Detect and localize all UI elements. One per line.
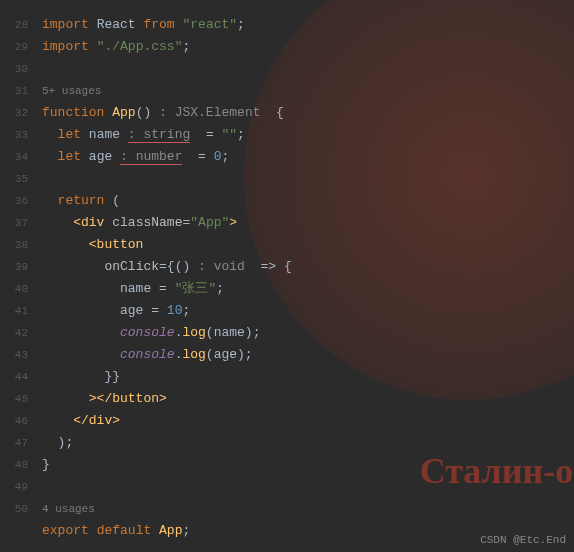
code-line[interactable]: console.log(age);: [42, 344, 292, 366]
line-number-gutter: 28 29 30 31 32 33 34 35 36 37 38 39 40 4…: [0, 0, 36, 552]
code-line[interactable]: return (: [42, 190, 292, 212]
line-number: 42: [0, 322, 28, 344]
code-line[interactable]: age = 10;: [42, 300, 292, 322]
line-number: 48: [0, 454, 28, 476]
line-number: 41: [0, 300, 28, 322]
code-line[interactable]: [42, 58, 292, 80]
code-line[interactable]: [42, 168, 292, 190]
line-number: 46: [0, 410, 28, 432]
line-number: 32: [0, 102, 28, 124]
code-line[interactable]: onClick={() : void => {: [42, 256, 292, 278]
line-number: 37: [0, 212, 28, 234]
code-line[interactable]: <button: [42, 234, 292, 256]
code-line[interactable]: </div>: [42, 410, 292, 432]
code-line[interactable]: let name : string = "";: [42, 124, 292, 146]
code-line[interactable]: let age : number = 0;: [42, 146, 292, 168]
line-number: 39: [0, 256, 28, 278]
line-number: 36: [0, 190, 28, 212]
code-line[interactable]: [42, 542, 292, 552]
code-content[interactable]: import React from "react"; import "./App…: [36, 0, 292, 552]
line-number: 40: [0, 278, 28, 300]
line-number: 28: [0, 14, 28, 36]
code-line[interactable]: console.log(name);: [42, 322, 292, 344]
line-number: 43: [0, 344, 28, 366]
code-line[interactable]: ></button>: [42, 388, 292, 410]
line-number: 31: [0, 80, 28, 102]
code-line[interactable]: name = "张三";: [42, 278, 292, 300]
watermark-text: CSDN @Etc.End: [480, 534, 566, 546]
line-number: 50: [0, 498, 28, 520]
code-line[interactable]: export default App;: [42, 520, 292, 542]
line-number: 29: [0, 36, 28, 58]
code-line[interactable]: );: [42, 432, 292, 454]
code-line[interactable]: [42, 476, 292, 498]
usages-hint[interactable]: 4 usages: [42, 498, 292, 520]
code-line[interactable]: function App() : JSX.Element {: [42, 102, 292, 124]
line-number: 49: [0, 476, 28, 498]
line-number: 34: [0, 146, 28, 168]
line-number: 35: [0, 168, 28, 190]
code-line[interactable]: }}: [42, 366, 292, 388]
line-number: 44: [0, 366, 28, 388]
code-line[interactable]: import React from "react";: [42, 14, 292, 36]
code-line[interactable]: <div className="App">: [42, 212, 292, 234]
usages-hint[interactable]: 5+ usages: [42, 80, 292, 102]
code-line[interactable]: import "./App.css";: [42, 36, 292, 58]
line-number: 30: [0, 58, 28, 80]
code-line[interactable]: }: [42, 454, 292, 476]
line-number: 45: [0, 388, 28, 410]
line-number: 47: [0, 432, 28, 454]
line-number: 33: [0, 124, 28, 146]
code-editor[interactable]: 28 29 30 31 32 33 34 35 36 37 38 39 40 4…: [0, 0, 574, 552]
line-number: 38: [0, 234, 28, 256]
